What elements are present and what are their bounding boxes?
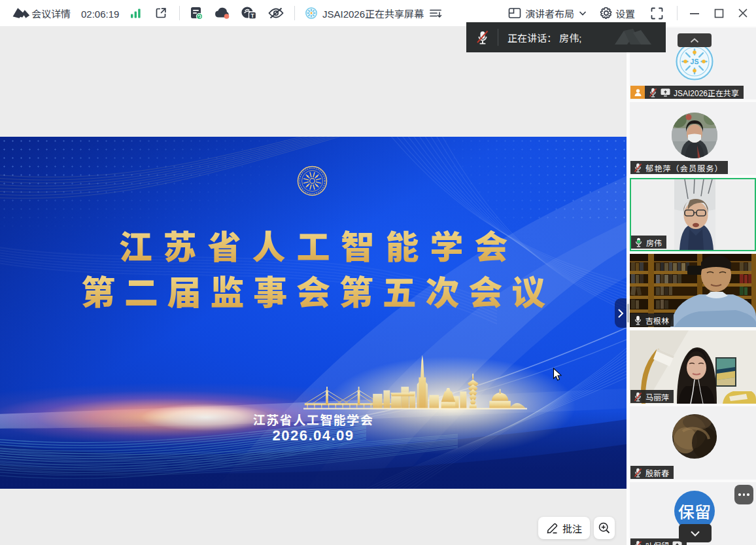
- svg-text:T: T: [250, 12, 254, 19]
- svg-text:JS: JS: [691, 58, 699, 65]
